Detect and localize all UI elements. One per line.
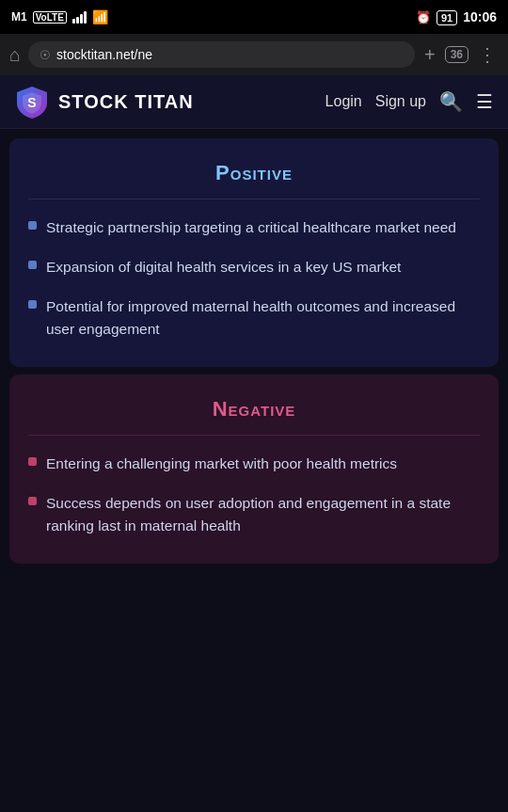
site-logo: S: [15, 85, 49, 119]
more-options-button[interactable]: ⋮: [476, 43, 499, 66]
signal-bars-icon: [72, 10, 87, 24]
search-icon[interactable]: 🔍: [439, 90, 463, 113]
status-right: ⏰ 91 10:06: [416, 9, 497, 24]
list-item: Expansion of digital health services in …: [28, 256, 480, 279]
site-navbar: S STOCK TITAN Login Sign up 🔍 ☰: [0, 75, 508, 129]
negative-divider: [28, 435, 480, 436]
browser-chrome: ⌂ ☉ stocktitan.net/ne + 36 ⋮: [0, 34, 508, 75]
bullet-icon: [28, 261, 37, 269]
positive-item-1: Strategic partnership targeting a critic…: [46, 216, 456, 239]
main-content: Positive Strategic partnership targeting…: [0, 138, 508, 564]
bullet-icon: [28, 497, 37, 505]
home-icon[interactable]: ⌂: [9, 44, 21, 66]
bullet-icon: [28, 300, 37, 309]
bullet-icon: [28, 221, 37, 230]
login-link[interactable]: Login: [325, 93, 362, 110]
list-item: Strategic partnership targeting a critic…: [28, 216, 480, 239]
menu-icon[interactable]: ☰: [476, 90, 493, 113]
wifi-icon: 📶: [92, 9, 108, 24]
time-display: 10:06: [463, 9, 497, 24]
list-item: Potential for improved maternal health o…: [28, 295, 480, 341]
svg-text:S: S: [27, 95, 36, 110]
carrier-label: M1: [11, 10, 27, 24]
site-nav-right: Login Sign up 🔍 ☰: [325, 90, 493, 113]
url-bar[interactable]: ☉ stocktitan.net/ne: [28, 41, 415, 68]
negative-item-1: Entering a challenging market with poor …: [46, 453, 397, 475]
battery-indicator: 91: [437, 10, 457, 24]
site-nav-left: S STOCK TITAN: [15, 85, 194, 119]
list-item: Success depends on user adoption and eng…: [28, 492, 480, 537]
site-title: STOCK TITAN: [58, 91, 194, 113]
positive-card-title: Positive: [28, 161, 480, 185]
negative-card-title: Negative: [28, 397, 480, 422]
site-info-icon: ☉: [40, 48, 51, 62]
alarm-icon: ⏰: [416, 10, 431, 24]
battery-level: 91: [437, 10, 457, 25]
url-text: stocktitan.net/ne: [56, 47, 404, 62]
negative-card: Negative Entering a challenging market w…: [9, 374, 499, 564]
status-left: M1 VoLTE 📶: [11, 9, 108, 24]
status-bar: M1 VoLTE 📶 ⏰ 91 10:06: [0, 0, 508, 34]
positive-bullet-list: Strategic partnership targeting a critic…: [28, 216, 480, 341]
list-item: Entering a challenging market with poor …: [28, 453, 480, 475]
positive-item-2: Expansion of digital health services in …: [46, 256, 401, 279]
tab-count-button[interactable]: 36: [445, 46, 468, 63]
positive-item-3: Potential for improved maternal health o…: [46, 295, 480, 341]
positive-divider: [28, 199, 480, 199]
positive-card: Positive Strategic partnership targeting…: [9, 138, 499, 367]
negative-bullet-list: Entering a challenging market with poor …: [28, 453, 480, 537]
signup-link[interactable]: Sign up: [375, 93, 426, 110]
volte-badge: VoLTE: [33, 11, 67, 24]
bullet-icon: [28, 457, 37, 466]
new-tab-button[interactable]: +: [422, 44, 437, 66]
negative-item-2: Success depends on user adoption and eng…: [46, 492, 480, 537]
